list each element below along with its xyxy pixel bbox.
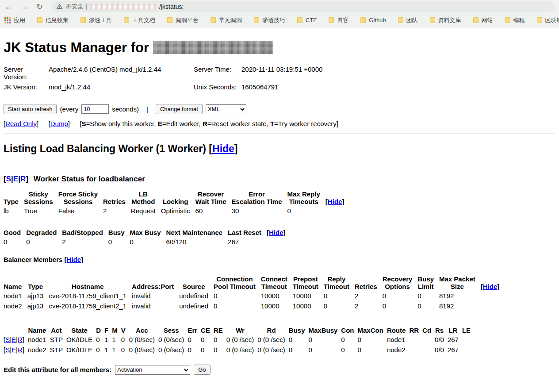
folder-icon bbox=[398, 17, 403, 23]
format-select[interactable]: XML bbox=[206, 104, 246, 114]
cell: 60 bbox=[195, 206, 232, 216]
cell: 0 bbox=[214, 301, 261, 311]
folder-icon bbox=[211, 17, 216, 23]
bookmark-item[interactable]: 资料文库 bbox=[430, 16, 461, 24]
server-version-value: Apache/2.4.6 (CentOS) mod_jk/1.2.44 bbox=[49, 65, 194, 81]
bookmark-label: 团队 bbox=[406, 16, 418, 24]
change-format-button[interactable]: Change format bbox=[156, 104, 203, 114]
column-header: Bad/Stopped bbox=[62, 228, 108, 237]
cell: 1 bbox=[112, 345, 121, 355]
jk-version-value: mod_jk/1.2.44 bbox=[49, 83, 194, 91]
bookmark-item[interactable]: 信息收集 bbox=[37, 16, 69, 24]
column-header: Busy Limit bbox=[417, 275, 439, 291]
hide-link[interactable]: Hide bbox=[483, 283, 498, 290]
bookmark-item[interactable]: 团队 bbox=[398, 16, 418, 24]
cell: node1 bbox=[387, 334, 410, 345]
column-header: Next Maintenance bbox=[166, 228, 228, 237]
column-header: Recovery Options bbox=[383, 275, 418, 291]
cell: 267 bbox=[448, 334, 462, 345]
column-header: Retries bbox=[103, 190, 131, 206]
column-header: M bbox=[112, 326, 121, 334]
attribute-select[interactable]: Activation bbox=[115, 365, 190, 375]
hide-link[interactable]: Hide bbox=[269, 229, 283, 236]
bookmark-item[interactable]: 工具文档 bbox=[124, 16, 155, 24]
hide-link[interactable]: Hide bbox=[328, 198, 342, 205]
apps-button[interactable]: 应用 bbox=[4, 16, 25, 24]
cell: 2 bbox=[62, 237, 108, 247]
back-icon[interactable]: ← bbox=[4, 3, 12, 11]
bookmark-item[interactable]: 渗透技巧 bbox=[254, 16, 285, 24]
column-header: LE bbox=[462, 326, 474, 334]
cell: undefined bbox=[179, 301, 214, 311]
address-bar[interactable]: 不安全 /jkstatus; bbox=[51, 1, 555, 12]
bookmark-label: CTF bbox=[306, 17, 317, 23]
e-action-link[interactable]: E bbox=[13, 175, 18, 183]
warning-icon bbox=[56, 4, 63, 10]
unix-seconds-value: 1605064791 bbox=[241, 83, 555, 91]
members-config-table: NameTypeHostnameAddress:PortSourceConnec… bbox=[4, 275, 505, 311]
bookmark-label: 常见漏洞 bbox=[219, 16, 242, 24]
folder-icon bbox=[167, 17, 172, 23]
column-header: Busy bbox=[289, 326, 309, 334]
s-action-link[interactable]: S bbox=[6, 175, 11, 183]
e-action-link[interactable]: E bbox=[11, 336, 16, 343]
bookmark-item[interactable]: 网站 bbox=[473, 16, 493, 24]
go-button[interactable]: Go bbox=[194, 365, 210, 375]
refresh-interval-input[interactable] bbox=[81, 104, 109, 114]
bookmark-item[interactable]: 区块链 bbox=[537, 16, 559, 24]
divider bbox=[4, 382, 555, 382]
hide-lb-worker-link[interactable]: Hide bbox=[212, 143, 234, 154]
column-header: Sess bbox=[158, 326, 188, 334]
cell: Request bbox=[131, 206, 161, 216]
s-action-link[interactable]: S bbox=[5, 336, 10, 343]
bookmark-item[interactable]: 编程 bbox=[505, 16, 525, 24]
bookmark-item[interactable]: 博客 bbox=[329, 16, 348, 24]
apps-label: 应用 bbox=[14, 16, 25, 24]
cell: True bbox=[24, 206, 58, 216]
bookmark-label: 渗透技巧 bbox=[262, 16, 285, 24]
bookmark-item[interactable]: Github bbox=[360, 17, 386, 23]
cell: 1 bbox=[104, 345, 112, 355]
table-row: lbTrueFalse2RequestOptimistic60300 bbox=[4, 206, 349, 216]
cell: cve-2018-11759_client2_1 bbox=[49, 301, 132, 311]
bookmark-item[interactable]: 渗透工具 bbox=[80, 16, 112, 24]
cell: 0 bbox=[188, 334, 201, 345]
r-action-link[interactable]: R bbox=[18, 346, 23, 354]
server-time-value: 2020-11-11 03:19:51 +0000 bbox=[241, 65, 555, 81]
cell: 267 bbox=[228, 237, 267, 247]
bookmark-label: 编程 bbox=[513, 16, 525, 24]
folder-icon bbox=[505, 17, 510, 23]
column-header: LR bbox=[448, 326, 462, 334]
bookmark-item[interactable]: 常见漏洞 bbox=[211, 16, 242, 24]
cell: 0/0 bbox=[435, 345, 448, 355]
hide-members-link[interactable]: Hide bbox=[67, 256, 81, 263]
jk-status-page: JK Status Manager for Server Version: Ap… bbox=[0, 27, 559, 389]
column-header: RR bbox=[409, 326, 422, 334]
cell: 0 bbox=[383, 291, 418, 301]
cell: 30 bbox=[232, 206, 287, 216]
bookmark-label: 资料文库 bbox=[438, 16, 461, 24]
bookmark-item[interactable]: CTF bbox=[297, 17, 317, 23]
column-header: Route bbox=[387, 326, 410, 334]
forward-icon[interactable]: → bbox=[20, 3, 28, 11]
r-action-link[interactable]: R bbox=[20, 175, 26, 183]
cell bbox=[267, 237, 291, 247]
bookmark-item[interactable]: 漏洞平台 bbox=[167, 16, 199, 24]
s-action-link[interactable]: S bbox=[5, 346, 10, 354]
column-header: Degraded bbox=[26, 228, 62, 237]
column-header: MaxCon bbox=[358, 326, 387, 334]
cell: invalid bbox=[132, 301, 179, 311]
dump-link[interactable]: Dump bbox=[50, 120, 68, 127]
r-action-link[interactable]: R bbox=[18, 336, 23, 343]
cell: 0 (0 /sec) bbox=[226, 345, 258, 355]
reload-icon[interactable]: ↻ bbox=[36, 3, 43, 11]
cell: 0 bbox=[358, 334, 387, 345]
unix-seconds-label: Unix Seconds: bbox=[194, 83, 241, 91]
start-auto-refresh-button[interactable]: Start auto refresh bbox=[4, 104, 57, 114]
cell: node1 bbox=[28, 334, 50, 345]
read-only-link[interactable]: Read Only bbox=[5, 120, 37, 127]
column-header: Connect Timeout bbox=[261, 275, 293, 291]
cell: STP bbox=[50, 345, 66, 355]
e-action-link[interactable]: E bbox=[11, 346, 16, 354]
cell: OK/IDLE bbox=[66, 345, 96, 355]
